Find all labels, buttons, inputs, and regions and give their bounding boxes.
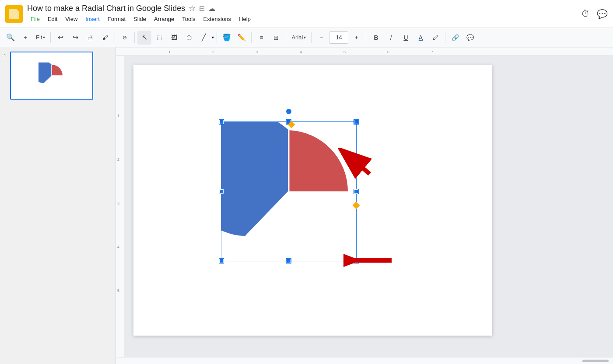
menu-edit[interactable]: Edit: [44, 14, 61, 24]
doc-title-row: How to make a Radial Chart in Google Sli…: [27, 3, 581, 13]
editor-area: 1 2 3 4 5: [116, 56, 613, 357]
slide-number: 1: [4, 53, 7, 59]
menu-help[interactable]: Help: [235, 14, 254, 24]
svg-text:7: 7: [431, 50, 433, 54]
shapes-btn[interactable]: ⬡: [182, 31, 196, 45]
app-icon[interactable]: [5, 5, 23, 23]
comment-btn[interactable]: 💬: [463, 31, 477, 45]
menu-slide[interactable]: Slide: [130, 14, 150, 24]
image-btn[interactable]: 🖼: [167, 31, 181, 45]
font-size-decrease-btn[interactable]: −: [314, 31, 328, 45]
sep3: [134, 32, 135, 43]
zoom-label: Fit: [36, 34, 42, 41]
menu-bar: File Edit View Insert Format Slide Arran…: [27, 14, 581, 24]
redo-btn[interactable]: ↪: [68, 31, 82, 45]
sep7: [311, 32, 312, 43]
sep6: [286, 32, 286, 43]
font-chevron: ▾: [304, 35, 306, 40]
menu-arrange[interactable]: Arrange: [151, 14, 178, 24]
select-rect-btn[interactable]: ⬚: [152, 31, 166, 45]
app-icon-shape: [9, 9, 19, 19]
menu-file[interactable]: File: [27, 14, 43, 24]
sep4: [217, 32, 217, 43]
cloud-icon[interactable]: ☁: [208, 4, 215, 13]
fill-color-btn[interactable]: 🪣: [220, 31, 234, 45]
sep8: [366, 32, 366, 43]
sep9: [445, 32, 445, 43]
line-chevron[interactable]: ▾: [212, 35, 214, 40]
zoom-reset-btn[interactable]: ⊖: [118, 31, 132, 45]
menu-view[interactable]: View: [62, 14, 81, 24]
svg-text:5: 5: [117, 288, 119, 293]
toolbar: 🔍 + Fit ▾ ↩ ↪ 🖨 🖌 ⊖ ↖ ⬚ 🖼 ⬡ ╱ ▾ 🪣 ✏️ ≡ ⊞…: [0, 28, 613, 47]
zoom-in-btn[interactable]: +: [18, 31, 32, 45]
svg-text:5: 5: [343, 50, 346, 54]
horizontal-ruler: 1 2 3 4 5 6 7: [116, 47, 613, 56]
menu-tools[interactable]: Tools: [179, 14, 199, 24]
comments-icon[interactable]: 💬: [597, 9, 608, 19]
svg-text:2: 2: [212, 50, 214, 54]
slide-thumbnail[interactable]: [10, 52, 93, 100]
italic-btn[interactable]: I: [384, 31, 398, 45]
font-dropdown[interactable]: Arial ▾: [289, 31, 308, 45]
chart-container[interactable]: [221, 121, 357, 261]
font-size-input[interactable]: 14: [329, 31, 348, 44]
zoom-out-btn[interactable]: 🔍: [4, 31, 18, 45]
format-paint-btn[interactable]: 🖌: [98, 31, 112, 45]
slide-thumb-container: 1: [4, 52, 112, 100]
vertical-ruler: 1 2 3 4 5: [116, 56, 125, 357]
print-btn[interactable]: 🖨: [83, 31, 97, 45]
svg-rect-2: [116, 47, 613, 56]
drive-icon[interactable]: ⊟: [199, 4, 205, 13]
scroll-indicator[interactable]: [582, 360, 609, 362]
distribute-btn[interactable]: ⊞: [269, 31, 283, 45]
svg-rect-11: [116, 56, 125, 357]
menu-format[interactable]: Format: [104, 14, 129, 24]
sep1: [50, 32, 51, 43]
sep2: [115, 32, 115, 43]
menu-extensions[interactable]: Extensions: [200, 14, 235, 24]
svg-text:3: 3: [117, 201, 119, 205]
menu-insert[interactable]: Insert: [82, 14, 103, 24]
font-size-increase-btn[interactable]: +: [349, 31, 363, 45]
link-btn[interactable]: 🔗: [448, 31, 462, 45]
svg-text:4: 4: [300, 50, 302, 54]
svg-text:4: 4: [117, 245, 119, 249]
slide-panel: 1: [0, 47, 116, 364]
line-btn[interactable]: ╱: [197, 31, 211, 45]
star-icon[interactable]: ☆: [189, 3, 196, 13]
svg-text:6: 6: [387, 50, 389, 54]
mini-pie-chart: [39, 62, 65, 89]
top-bar: How to make a Radial Chart in Google Sli…: [0, 0, 613, 28]
content-area: 1 2 3 4 5 6 7 1 2 3 4 5: [116, 47, 613, 364]
pie-chart-svg: [221, 121, 357, 261]
svg-text:1: 1: [117, 114, 119, 118]
text-color-btn[interactable]: A: [413, 31, 427, 45]
doc-title: How to make a Radial Chart in Google Sli…: [27, 4, 185, 13]
bold-btn[interactable]: B: [369, 31, 383, 45]
highlight-btn[interactable]: 🖊: [428, 31, 442, 45]
rotation-handle[interactable]: [286, 109, 291, 114]
main-area: 1 1: [0, 47, 613, 364]
zoom-chevron: ▾: [43, 35, 45, 40]
line-color-btn[interactable]: ✏️: [235, 31, 249, 45]
v-ruler-svg: 1 2 3 4 5: [116, 56, 125, 357]
title-area: How to make a Radial Chart in Google Sli…: [27, 3, 581, 24]
underline-btn[interactable]: U: [399, 31, 413, 45]
undo-btn[interactable]: ↩: [53, 31, 67, 45]
sep5: [251, 32, 252, 43]
svg-text:1: 1: [168, 50, 171, 54]
svg-text:2: 2: [117, 157, 119, 162]
top-right-controls: ⏱ 💬: [581, 9, 608, 19]
font-name: Arial: [291, 34, 303, 41]
history-icon[interactable]: ⏱: [581, 9, 590, 19]
slide-canvas[interactable]: [133, 65, 492, 336]
canvas-area[interactable]: [125, 56, 613, 357]
align-btn[interactable]: ≡: [254, 31, 268, 45]
bottom-bar: [116, 357, 613, 364]
zoom-dropdown[interactable]: Fit ▾: [33, 31, 48, 45]
svg-text:3: 3: [256, 50, 258, 54]
h-ruler-svg: 1 2 3 4 5 6 7: [116, 47, 613, 56]
select-tool-btn[interactable]: ↖: [137, 31, 151, 45]
